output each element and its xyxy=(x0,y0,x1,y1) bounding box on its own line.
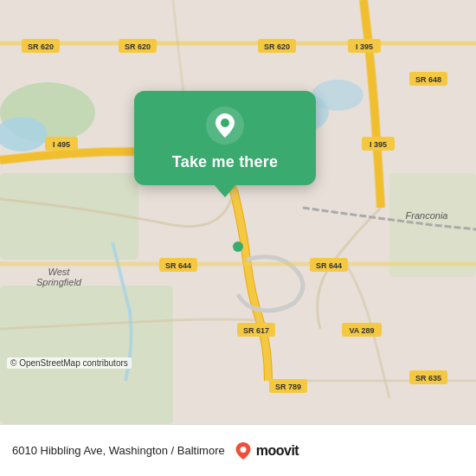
map-container: SR 620 SR 620 SR 620 I 495 I 395 I 395 S… xyxy=(0,0,476,424)
svg-text:SR 789: SR 789 xyxy=(275,383,301,391)
svg-text:SR 617: SR 617 xyxy=(243,326,269,335)
popup-card: Take me there xyxy=(134,91,316,185)
moovit-brand-text: moovit xyxy=(256,443,299,459)
svg-text:SR 644: SR 644 xyxy=(316,261,342,270)
svg-text:SR 648: SR 648 xyxy=(415,75,441,84)
svg-text:SR 635: SR 635 xyxy=(415,374,441,383)
take-me-there-button[interactable]: Take me there xyxy=(172,153,278,171)
svg-text:SR 644: SR 644 xyxy=(165,261,191,270)
svg-rect-7 xyxy=(389,173,476,277)
svg-text:I 395: I 395 xyxy=(356,42,373,51)
moovit-logo: moovit xyxy=(234,441,299,460)
location-pin-icon xyxy=(206,106,244,145)
svg-text:Springfield: Springfield xyxy=(36,277,82,287)
address-label: 6010 Hibbling Ave, Washington / Baltimor… xyxy=(12,444,225,457)
svg-text:VA 289: VA 289 xyxy=(349,326,374,335)
svg-text:West: West xyxy=(48,267,71,277)
svg-point-39 xyxy=(221,119,229,127)
svg-rect-6 xyxy=(0,286,173,424)
svg-text:SR 620: SR 620 xyxy=(28,42,54,51)
svg-text:Franconia: Franconia xyxy=(406,210,448,221)
svg-text:I 495: I 495 xyxy=(53,140,70,149)
svg-rect-5 xyxy=(0,173,138,260)
footer: 6010 Hibbling Ave, Washington / Baltimor… xyxy=(0,424,476,476)
map-attribution: © OpenStreetMap contributors xyxy=(7,357,132,369)
svg-point-40 xyxy=(240,447,246,453)
svg-point-4 xyxy=(312,80,363,111)
svg-text:SR 620: SR 620 xyxy=(264,42,290,51)
svg-point-37 xyxy=(233,241,243,252)
svg-text:I 395: I 395 xyxy=(370,140,387,149)
svg-text:SR 620: SR 620 xyxy=(125,42,151,51)
moovit-pin-icon xyxy=(234,441,253,460)
